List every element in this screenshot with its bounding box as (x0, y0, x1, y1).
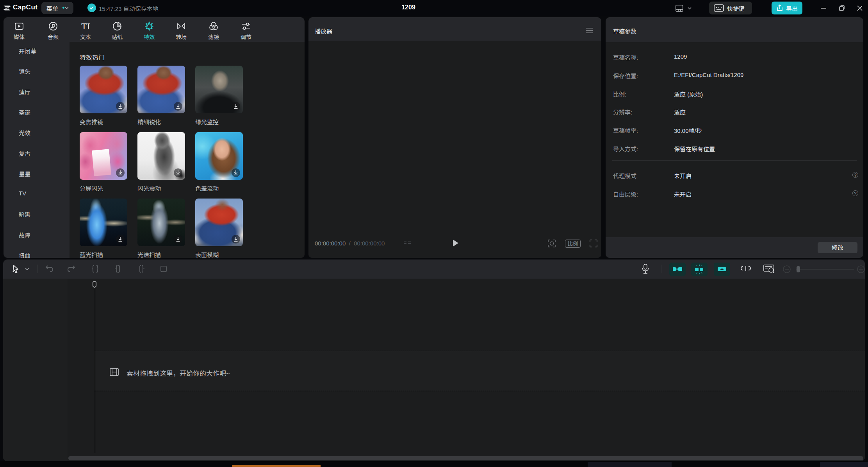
svg-text:TI: TI (81, 21, 90, 31)
